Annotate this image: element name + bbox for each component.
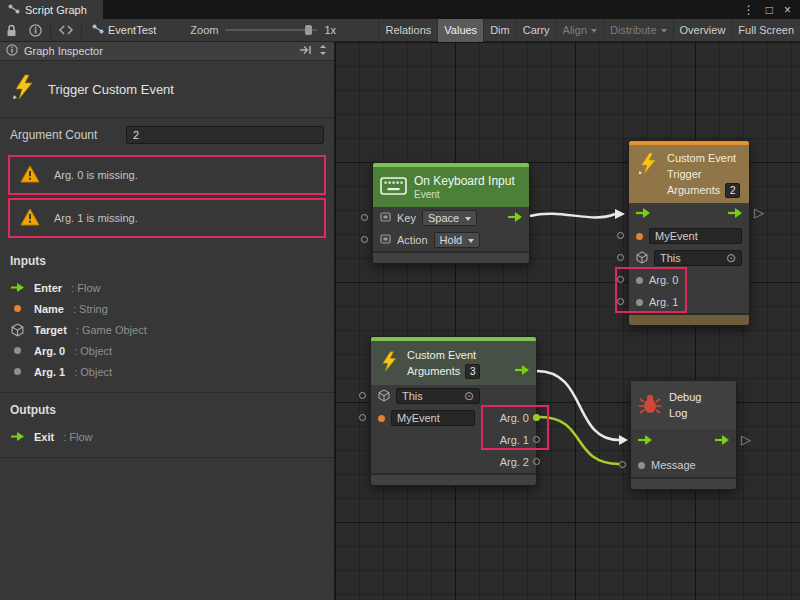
zoom-label: Zoom <box>190 24 218 36</box>
event-name-and-arg0-row: MyEvent Arg. 0 <box>371 407 536 429</box>
graph-asset-button[interactable]: EventTest <box>84 24 164 36</box>
message-label: Message <box>651 459 696 471</box>
input-port[interactable] <box>617 276 624 283</box>
input-port[interactable] <box>619 461 626 468</box>
debug-node-out-triangle-icon: ▷ <box>741 432 751 447</box>
node-custom-event[interactable]: Custom Event Arguments3 This⊙ MyEvent Ar… <box>370 336 537 486</box>
event-name-row: MyEvent <box>629 225 749 247</box>
close-icon[interactable]: × <box>784 3 791 17</box>
graph-asset-name: EventTest <box>108 24 156 36</box>
port-type: Object <box>74 345 112 357</box>
string-port-icon[interactable] <box>636 233 643 240</box>
node-debug-log[interactable]: Debug Log Message <box>630 380 737 490</box>
fullscreen-button[interactable]: Full Screen <box>731 19 800 42</box>
warning-arg1-missing: Arg. 1 is missing. <box>8 198 326 238</box>
trigger-node-out-triangle-icon: ▷ <box>754 205 764 220</box>
port-name: Arg. 1 <box>34 366 65 378</box>
info-icon[interactable] <box>23 19 48 42</box>
panel-spinner-icon[interactable] <box>318 44 328 58</box>
input-port[interactable] <box>617 254 624 261</box>
wire-receiver-to-debug[interactable] <box>537 371 628 445</box>
code-icon[interactable] <box>53 19 79 42</box>
tab-script-graph[interactable]: Script Graph <box>0 0 103 19</box>
dim-button[interactable]: Dim <box>483 19 516 42</box>
event-name-field[interactable]: MyEvent <box>391 410 475 426</box>
port-name: Arg. 0 <box>34 345 65 357</box>
port-name: Enter <box>34 282 62 294</box>
dock-panel-icon[interactable] <box>299 45 312 57</box>
input-port[interactable] <box>359 392 366 399</box>
target-field[interactable]: This⊙ <box>396 388 480 404</box>
flow-output-port[interactable] <box>715 435 729 447</box>
string-port-icon[interactable] <box>378 415 385 422</box>
lightning-icon <box>378 350 400 376</box>
maximize-icon[interactable]: □ <box>766 3 773 17</box>
arg1-output-port[interactable] <box>533 436 540 443</box>
chevron-down-icon <box>661 29 667 33</box>
event-name-field[interactable]: MyEvent <box>649 228 742 244</box>
target-picker-icon[interactable]: ⊙ <box>726 252 736 264</box>
zoom-slider-handle[interactable] <box>305 25 312 35</box>
input-port[interactable] <box>361 214 368 221</box>
selected-unit-title: Trigger Custom Event <box>48 82 174 97</box>
input-port[interactable] <box>617 232 624 239</box>
input-port-arg0: Arg. 0Object <box>10 340 324 361</box>
object-port-icon[interactable] <box>636 299 643 306</box>
flow-output-port[interactable] <box>728 208 742 220</box>
input-port[interactable] <box>361 236 368 243</box>
target-picker-icon[interactable]: ⊙ <box>464 390 474 402</box>
object-port-icon[interactable] <box>636 277 643 284</box>
node-body: Key Space Action Hold <box>373 207 529 251</box>
wire-arg0-to-message[interactable] <box>540 417 619 464</box>
action-dropdown[interactable]: Hold <box>434 232 481 248</box>
node-title-line1: Debug <box>669 390 729 405</box>
outputs-section: Outputs ExitFlow <box>0 393 334 458</box>
node-header: Custom Event Trigger Arguments2 <box>629 145 749 203</box>
argument-count-input[interactable] <box>126 126 324 144</box>
input-port[interactable] <box>617 298 624 305</box>
flow-input-port[interactable] <box>638 435 652 447</box>
arg1-row: Arg. 1 <box>371 429 536 451</box>
relations-button[interactable]: Relations <box>378 19 437 42</box>
wire-keyboard-to-trigger[interactable] <box>530 209 625 219</box>
zoom-slider[interactable] <box>225 29 317 31</box>
object-port-icon[interactable] <box>638 462 645 469</box>
keyboard-icon <box>380 177 407 197</box>
port-type: Game Object <box>76 324 147 336</box>
chevron-down-icon <box>468 239 474 243</box>
arg0-output-port[interactable] <box>533 414 540 421</box>
port-name: Target <box>34 324 67 336</box>
port-type: Flow <box>71 282 100 294</box>
input-port-enter: EnterFlow <box>10 277 324 298</box>
flow-arrow-icon <box>10 432 25 441</box>
cube-icon <box>10 323 25 337</box>
target-field[interactable]: This⊙ <box>654 250 742 266</box>
align-button[interactable]: Align <box>556 19 603 42</box>
node-trigger-custom-event[interactable]: Custom Event Trigger Arguments2 MyEvent <box>628 140 750 326</box>
flow-output-port[interactable] <box>515 364 529 379</box>
object-dot-icon <box>10 368 25 375</box>
arg0-label: Arg. 0 <box>649 274 678 286</box>
input-port[interactable] <box>359 414 366 421</box>
overview-button[interactable]: Overview <box>673 19 732 42</box>
flow-input-port[interactable] <box>636 208 650 220</box>
port-type: Flow <box>63 431 92 443</box>
info-icon <box>6 44 18 58</box>
window-menu-icon[interactable]: ⋮ <box>743 3 755 17</box>
graph-canvas[interactable]: On Keyboard Input Event Key Space Action… <box>335 42 800 600</box>
input-port-name: NameString <box>10 298 324 319</box>
carry-button[interactable]: Carry <box>516 19 556 42</box>
arg2-output-port[interactable] <box>533 458 540 465</box>
lock-icon[interactable] <box>0 19 23 42</box>
argument-count-label: Argument Count <box>10 128 120 142</box>
cube-icon <box>378 389 390 404</box>
flow-output-port[interactable] <box>508 212 522 224</box>
key-dropdown[interactable]: Space <box>422 210 477 226</box>
arg2-label: Arg. 2 <box>500 456 529 468</box>
node-on-keyboard-input[interactable]: On Keyboard Input Event Key Space Action… <box>372 162 530 264</box>
values-button[interactable]: Values <box>437 19 483 42</box>
inspector-title: Graph Inspector <box>24 45 103 57</box>
distribute-button[interactable]: Distribute <box>603 19 672 42</box>
node-body: Message <box>631 429 736 477</box>
node-title-line1: Custom Event <box>407 348 529 363</box>
